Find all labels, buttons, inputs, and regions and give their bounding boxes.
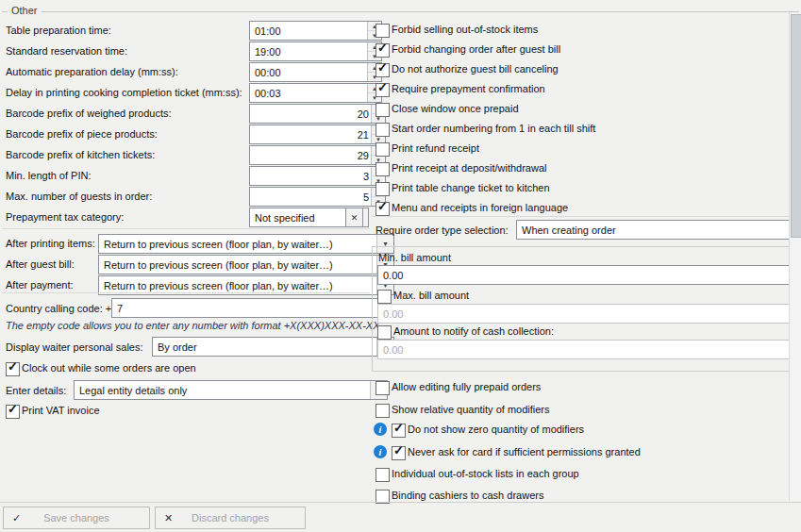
min-bill-amount-input[interactable]: 0.00 <box>377 265 799 285</box>
input-value: 19:00 <box>255 46 281 58</box>
min-pin-length-label: Min. length of PIN: <box>6 169 92 182</box>
option-checkbox[interactable]: ✓ <box>375 162 390 176</box>
option-checkbox[interactable]: ✓ <box>375 83 390 97</box>
option-label[interactable]: Close window once prepaid <box>392 102 519 115</box>
option-checkbox[interactable]: ✓ <box>375 404 390 418</box>
enter-details-combo[interactable]: Legal entity details only ▼ <box>74 380 388 400</box>
barcode-kitchen-prefix-label: Barcode prefix of kitchen tickets: <box>6 148 155 161</box>
input-value: 00:03 <box>255 88 281 99</box>
standard-reservation-time-label: Standard reservation time: <box>6 44 127 58</box>
after-printing-items-label: After printing items: <box>6 237 95 250</box>
option-label[interactable]: Individual out-of-stock lists in each gr… <box>392 467 579 480</box>
input-value: 0.00 <box>383 270 403 281</box>
option-checkbox[interactable]: ✓ <box>375 182 390 196</box>
option-label[interactable]: Require prepayment confirmation <box>392 82 545 95</box>
option-checkbox[interactable]: ✓ <box>392 424 406 438</box>
option-label[interactable]: Allow editing fully prepaid orders <box>392 380 541 393</box>
option-label[interactable]: Do not show zero quantity of modifiers <box>408 423 584 436</box>
barcode-piece-prefix-input[interactable]: 21 ▲▼ <box>249 125 386 144</box>
option-label[interactable]: Start order numbering from 1 in each til… <box>392 122 595 135</box>
divider <box>372 216 790 217</box>
after-guest-bill-combo[interactable]: Return to previous screen (floor plan, b… <box>98 255 394 274</box>
after-guest-bill-label: After guest bill: <box>6 258 75 271</box>
input-value: 20 <box>358 108 369 120</box>
barcode-weighed-prefix-label: Barcode prefix of weighed products: <box>6 107 172 120</box>
option-checkbox[interactable]: ✓ <box>375 202 390 216</box>
save-button[interactable]: ✓ Save changes <box>3 507 150 529</box>
print-vat-checkbox[interactable]: ✓ <box>6 405 20 419</box>
cross-icon: ✕ <box>164 512 173 524</box>
option-checkbox[interactable]: ✓ <box>375 24 390 38</box>
display-waiter-sales-combo[interactable]: By order ▼ <box>152 337 394 357</box>
clock-out-checkbox[interactable]: ✓ <box>6 362 20 376</box>
option-label[interactable]: Do not authorize guest bill canceling <box>392 62 559 75</box>
option-label[interactable]: Print refund receipt <box>392 141 479 155</box>
barcode-kitchen-prefix-input[interactable]: 29 ▲▼ <box>249 145 386 165</box>
check-icon: ✓ <box>12 512 21 524</box>
combo-value: Not specified <box>255 212 315 224</box>
combo-value: Return to previous screen (floor plan, b… <box>104 259 333 271</box>
order-type-label: Require order type selection: <box>375 224 509 237</box>
clear-tax-category-button[interactable]: ✕ <box>345 208 363 227</box>
option-label[interactable]: Binding cashiers to cash drawers <box>392 489 543 502</box>
option-label[interactable]: Show relative quantity of modifiers <box>392 403 550 416</box>
cooking-ticket-delay-label: Delay in printing cooking completion tic… <box>6 86 242 99</box>
discard-button[interactable]: ✕ Discard changes <box>155 507 306 529</box>
clock-out-label[interactable]: Clock out while some orders are open <box>22 361 196 374</box>
checkmark-icon: ✓ <box>393 422 404 434</box>
auto-preparation-delay-input[interactable]: 00:00 ▲▼ <box>249 62 382 82</box>
option-checkbox[interactable]: ✓ <box>375 63 390 77</box>
standard-reservation-time-input[interactable]: 19:00 ▲▼ <box>249 42 382 61</box>
table-preparation-time-input[interactable]: 01:00 ▲▼ <box>249 21 382 41</box>
cash-collection-input[interactable]: 0.00 <box>377 340 799 359</box>
max-bill-amount-label[interactable]: Max. bill amount <box>393 289 469 302</box>
divider <box>2 228 370 229</box>
option-label[interactable]: Forbid selling out-of-stock items <box>392 23 538 36</box>
barcode-piece-prefix-label: Barcode prefix of piece products: <box>6 127 158 141</box>
checkmark-icon: ✓ <box>393 444 404 457</box>
footer-divider <box>0 502 801 503</box>
option-checkbox[interactable]: ✓ <box>375 43 390 58</box>
input-value: 21 <box>358 129 369 141</box>
input-value: 5 <box>363 191 369 203</box>
checkmark-icon: ✓ <box>377 81 388 93</box>
option-checkbox[interactable]: ✓ <box>375 142 390 157</box>
combo-value: Return to previous screen (floor plan, b… <box>104 239 333 250</box>
option-checkbox[interactable]: ✓ <box>375 381 390 395</box>
info-icon: i <box>374 445 387 458</box>
input-value: 00:00 <box>255 67 281 78</box>
cash-collection-label[interactable]: Amount to notify of cash collection: <box>393 324 554 338</box>
after-printing-items-combo[interactable]: Return to previous screen (floor plan, b… <box>98 234 394 254</box>
max-bill-amount-input[interactable]: 0.00 <box>377 304 799 324</box>
option-checkbox[interactable]: ✓ <box>375 468 390 482</box>
settings-other-panel: Other Table preparation time: 01:00 ▲▼ S… <box>0 0 801 532</box>
info-icon: i <box>374 423 387 436</box>
option-label[interactable]: Print table change ticket to kitchen <box>392 181 550 194</box>
option-checkbox[interactable]: ✓ <box>375 123 390 137</box>
country-calling-code-input[interactable]: 7 <box>111 298 380 318</box>
input-value: 0.00 <box>383 308 403 320</box>
cooking-ticket-delay-input[interactable]: 00:03 ▲▼ <box>249 83 382 103</box>
checkmark-icon: ✓ <box>8 403 18 415</box>
option-label[interactable]: Menu and receipts in foreign language <box>392 201 568 214</box>
min-pin-length-input[interactable]: 3 ▲▼ <box>249 166 386 186</box>
vertical-scrollbar[interactable] <box>789 12 801 501</box>
option-label[interactable]: Never ask for card if sufficient permiss… <box>408 445 641 458</box>
max-bill-amount-checkbox[interactable]: ✓ <box>377 290 392 304</box>
order-type-combo[interactable]: When creating order ▼ <box>516 220 801 240</box>
cash-collection-checkbox[interactable]: ✓ <box>377 325 392 340</box>
checkmark-icon: ✓ <box>377 200 388 212</box>
max-guests-input[interactable]: 5 ▲▼ <box>249 187 386 207</box>
discard-button-label: Discard changes <box>192 512 269 524</box>
option-checkbox[interactable]: ✓ <box>375 103 390 117</box>
display-waiter-sales-label: Display waiter personal sales: <box>6 341 143 354</box>
option-label[interactable]: Forbid changing order after guest bill <box>392 42 560 56</box>
checkmark-icon: ✓ <box>8 360 18 373</box>
scrollbar-thumb[interactable] <box>791 14 801 238</box>
option-label[interactable]: Print receipt at deposit/withdrawal <box>392 161 546 175</box>
option-checkbox[interactable]: ✓ <box>392 446 406 460</box>
print-vat-label[interactable]: Print VAT invoice <box>22 404 100 417</box>
input-value: 29 <box>358 150 369 161</box>
divider <box>2 292 370 293</box>
barcode-weighed-prefix-input[interactable]: 20 ▲▼ <box>249 104 386 124</box>
